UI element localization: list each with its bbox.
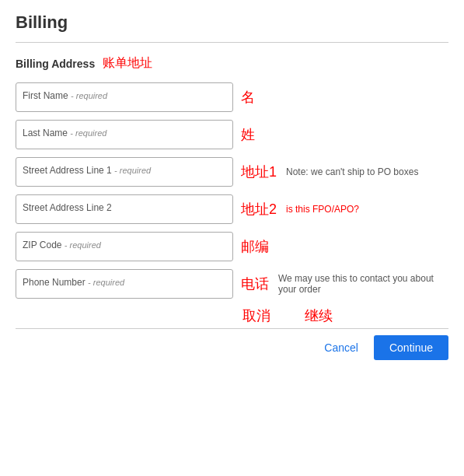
chinese-label-street-address-2: 地址2 <box>241 200 277 219</box>
chinese-label-last-name: 姓 <box>241 125 255 144</box>
note-phone-number: We may use this to contact you about you… <box>278 273 434 295</box>
input-first-name[interactable] <box>16 82 233 112</box>
field-group-first-name: First Name - required名 <box>16 82 448 112</box>
cancel-button[interactable]: Cancel <box>309 335 374 360</box>
page-title: Billing <box>16 12 448 33</box>
title-divider <box>16 42 448 43</box>
billing-address-label: Billing Address <box>16 58 95 70</box>
billing-address-chinese: 账单地址 <box>103 55 152 72</box>
note-street-address-1: Note: we can't ship to PO boxes <box>286 166 418 177</box>
billing-page: Billing Billing Address 账单地址 First Name … <box>0 0 464 373</box>
footer-section: 取消 继续 <box>16 306 448 325</box>
input-street-address-1[interactable] <box>16 157 233 187</box>
input-zip-code[interactable] <box>16 232 233 261</box>
chinese-label-first-name: 名 <box>241 88 255 107</box>
field-group-last-name: Last Name - required姓 <box>16 120 448 149</box>
continue-button[interactable]: Continue <box>374 335 448 360</box>
field-group-phone-number: Phone Number - required电话We may use this… <box>16 269 448 299</box>
input-last-name[interactable] <box>16 120 233 149</box>
continue-chinese: 继续 <box>305 308 333 324</box>
chinese-label-phone-number: 电话 <box>241 275 269 293</box>
cancel-chinese: 取消 <box>242 308 270 324</box>
field-group-street-address-2: Street Address Line 2 地址2is this FPO/APO… <box>16 194 448 224</box>
field-group-street-address-1: Street Address Line 1 - required地址1Note:… <box>16 157 448 187</box>
fpo-link-street-address-2[interactable]: is this FPO/APO? <box>286 204 359 215</box>
billing-address-header: Billing Address 账单地址 <box>16 55 448 72</box>
chinese-label-street-address-1: 地址1 <box>241 163 277 181</box>
input-phone-number[interactable] <box>16 269 233 299</box>
chinese-label-zip-code: 邮编 <box>241 237 269 256</box>
field-group-zip-code: ZIP Code - required邮编 <box>16 232 448 261</box>
fields-container: First Name - required名Last Name - requir… <box>16 82 448 299</box>
input-street-address-2[interactable] <box>16 194 233 224</box>
